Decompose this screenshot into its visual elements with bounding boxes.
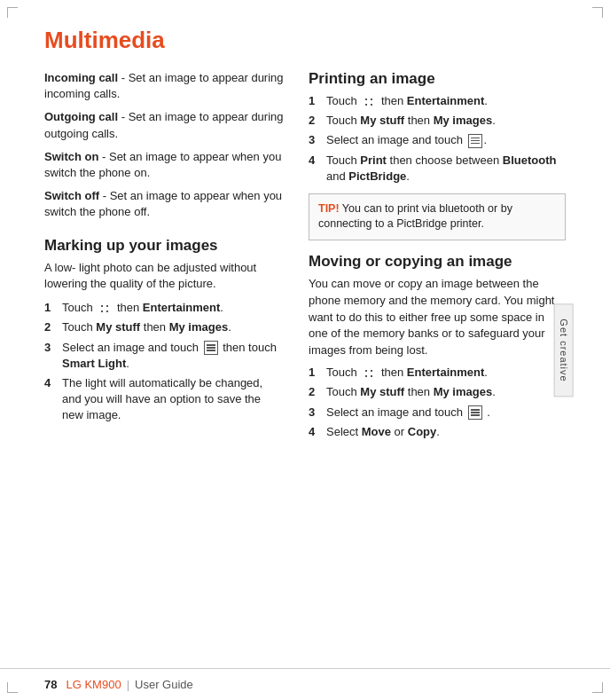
p-step-num-4: 4	[309, 153, 323, 169]
m-step-num-2: 2	[309, 384, 323, 400]
moving-step-4: 4 Select Move or Copy.	[309, 424, 566, 440]
print-label: Print	[360, 153, 387, 167]
marking-section-desc: A low- light photo can be adjusted witho…	[44, 260, 284, 294]
m-step-3-content: Select an image and touch .	[326, 405, 566, 421]
p-entertainment-label: Entertainment	[407, 94, 484, 107]
moving-section: Moving or copying an image You can move …	[309, 253, 566, 440]
corner-mark-tr	[592, 7, 603, 18]
def-switch-off: Switch off - Set an image to appear when…	[44, 188, 284, 220]
right-column: Printing an image 1 Touch then Entertain…	[309, 70, 566, 452]
marking-step-1: 1 Touch then Entertainment.	[44, 300, 284, 316]
m-step-2-content: Touch My stuff then My images.	[326, 384, 566, 400]
printing-step-3: 3 Select an image and touch .	[309, 132, 566, 148]
printing-section-title: Printing an image	[309, 70, 566, 88]
two-column-layout: Incoming call - Set an image to appear d…	[44, 70, 566, 452]
m-my-stuff-label: My stuff	[360, 385, 404, 398]
tip-label: TIP!	[318, 202, 340, 215]
m-step-1-content: Touch then Entertainment.	[326, 365, 566, 381]
term-incoming-call: Incoming call	[44, 71, 118, 84]
marking-step-2: 2 Touch My stuff then My images.	[44, 319, 284, 335]
bottom-brand: LG KM900	[66, 678, 121, 691]
p-my-images-label: My images	[434, 114, 492, 127]
tip-box: TIP! You can to print via bluetooth or b…	[309, 193, 566, 240]
entertainment-label: Entertainment	[143, 301, 220, 314]
grid-icon-p1	[362, 95, 376, 109]
step-1-content: Touch then Entertainment.	[62, 300, 284, 316]
pictbridge-label: PictBridge	[348, 169, 406, 183]
moving-step-1: 1 Touch then Entertainment.	[309, 365, 566, 381]
printing-steps: 1 Touch then Entertainment. 2 Touch My s…	[309, 93, 566, 185]
def-incoming-call: Incoming call - Set an image to appear d…	[44, 70, 284, 102]
left-column: Incoming call - Set an image to appear d…	[44, 70, 284, 452]
tip-text: You can to print via bluetooth or by con…	[318, 202, 512, 231]
marking-step-4: 4 The light will automatically be change…	[44, 375, 284, 424]
printing-step-1: 1 Touch then Entertainment.	[309, 93, 566, 109]
def-outgoing-call: Outgoing call - Set an image to appear d…	[44, 109, 284, 141]
step-num-1: 1	[44, 300, 59, 316]
m-entertainment-label: Entertainment	[407, 366, 484, 379]
my-stuff-label: My stuff	[96, 320, 140, 334]
grid-icon	[98, 302, 112, 316]
moving-section-desc: You can move or copy an image between th…	[309, 276, 566, 359]
p-step-num-3: 3	[309, 132, 323, 148]
marking-section-title: Marking up your images	[44, 237, 284, 255]
page-title: Multimedia	[44, 27, 566, 54]
menu-icon-m3	[468, 405, 482, 420]
printing-step-4: 4 Touch Print then choose between Blueto…	[309, 153, 566, 185]
move-label: Move	[362, 425, 391, 438]
marking-steps: 1 Touch then Entertainment. 2 Touch My s…	[44, 300, 284, 423]
menu-icon-p3	[468, 134, 482, 148]
m-step-num-4: 4	[309, 424, 323, 440]
term-switch-on: Switch on	[44, 150, 98, 163]
step-num-3: 3	[44, 340, 59, 356]
bottom-bar: 78 LG KM900 | User Guide	[0, 668, 610, 700]
menu-icon	[204, 341, 218, 355]
moving-step-2: 2 Touch My stuff then My images.	[309, 384, 566, 400]
smart-light-label: Smart Light	[62, 357, 126, 370]
page: Multimedia Incoming call - Set an image …	[0, 0, 610, 700]
copy-label: Copy	[408, 425, 437, 438]
moving-steps: 1 Touch then Entertainment. 2 Touch My s…	[309, 365, 566, 440]
step-4-content: The light will automatically be changed,…	[62, 375, 284, 424]
m-step-4-content: Select Move or Copy.	[326, 424, 566, 440]
p-step-num-2: 2	[309, 113, 323, 129]
moving-step-3: 3 Select an image and touch .	[309, 405, 566, 421]
p-my-stuff-label: My stuff	[360, 114, 404, 127]
moving-section-title: Moving or copying an image	[309, 253, 566, 271]
corner-mark-tl	[7, 7, 18, 18]
bottom-guide: User Guide	[135, 678, 193, 691]
step-3-content: Select an image and touch then touch Sma…	[62, 340, 284, 372]
term-outgoing-call: Outgoing call	[44, 110, 118, 123]
printing-section: Printing an image 1 Touch then Entertain…	[309, 70, 566, 240]
p-step-1-content: Touch then Entertainment.	[326, 93, 566, 109]
def-switch-on: Switch on - Set an image to appear when …	[44, 149, 284, 181]
grid-icon-m1	[362, 366, 376, 381]
step-num-2: 2	[44, 319, 59, 335]
page-number: 78	[44, 678, 57, 691]
bottom-separator: |	[127, 678, 129, 691]
p-step-num-1: 1	[309, 93, 323, 109]
term-switch-off: Switch off	[44, 189, 99, 202]
m-my-images-label: My images	[434, 385, 492, 398]
p-step-4-content: Touch Print then choose between Bluetoot…	[326, 153, 566, 185]
marking-step-3: 3 Select an image and touch then touch S…	[44, 340, 284, 372]
m-step-num-1: 1	[309, 365, 323, 381]
p-step-3-content: Select an image and touch .	[326, 132, 566, 148]
bluetooth-label: Bluetooth	[503, 153, 557, 167]
m-step-num-3: 3	[309, 405, 323, 421]
my-images-label: My images	[169, 320, 228, 334]
step-2-content: Touch My stuff then My images.	[62, 319, 284, 335]
p-step-2-content: Touch My stuff then My images.	[326, 113, 566, 129]
printing-step-2: 2 Touch My stuff then My images.	[309, 113, 566, 129]
step-num-4: 4	[44, 375, 59, 391]
side-tab: Get creative	[553, 303, 573, 397]
